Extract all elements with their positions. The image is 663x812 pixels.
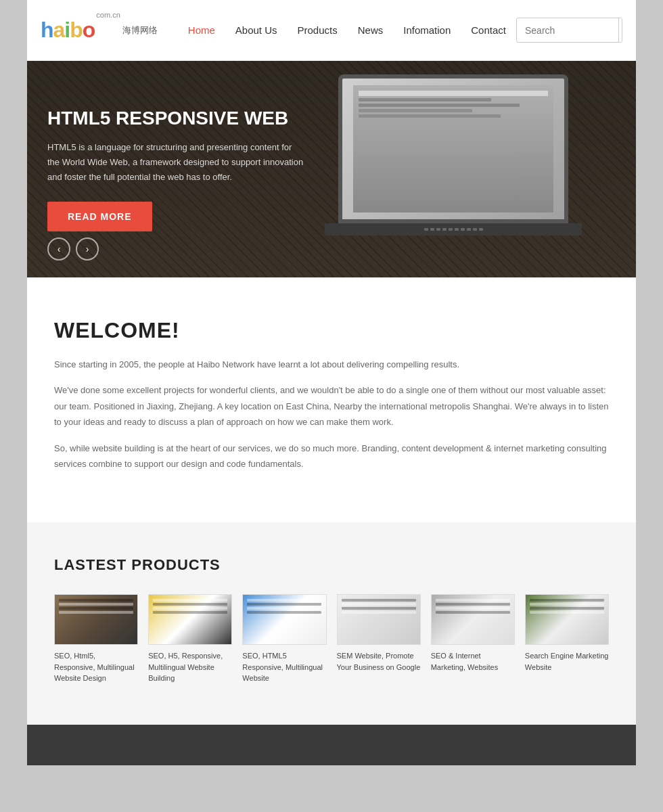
header: haibo com.cn 海博网络 Home About Us Products… bbox=[27, 0, 636, 61]
nav-item-infomation[interactable]: Infomation bbox=[393, 21, 461, 39]
product-thumb-5 bbox=[431, 594, 515, 645]
laptop-screen-inner bbox=[342, 78, 564, 219]
page-wrapper: haibo com.cn 海博网络 Home About Us Products… bbox=[27, 0, 636, 765]
welcome-title: WELCOME! bbox=[54, 318, 609, 343]
logo-text: haibo bbox=[41, 18, 95, 43]
product-thumb-6 bbox=[525, 594, 609, 645]
products-grid: SEO, Html5, Responsive, Multilingual Web… bbox=[54, 594, 609, 684]
product-label-4: SEM Website, Promote Your Business on Go… bbox=[337, 650, 421, 673]
product-thumb-2 bbox=[148, 594, 232, 645]
footer bbox=[27, 725, 636, 765]
welcome-para-1: Since starting in 2005, the people at Ha… bbox=[54, 357, 609, 372]
list-item[interactable]: SEO & Internet Marketing, Websites bbox=[431, 594, 515, 684]
laptop-graphic bbox=[311, 74, 595, 271]
nav-item-about[interactable]: About Us bbox=[225, 21, 288, 39]
welcome-section: WELCOME! Since starting in 2005, the peo… bbox=[27, 277, 636, 522]
list-item[interactable]: SEO, HTML5 Responsive, Multilingual Webs… bbox=[242, 594, 326, 684]
product-thumb-4 bbox=[337, 594, 421, 645]
search-button[interactable]: 🔍 bbox=[618, 18, 622, 42]
product-thumb-3 bbox=[242, 594, 326, 645]
product-label-2: SEO, H5, Responsive, Multilingual Websit… bbox=[148, 650, 232, 684]
product-label-3: SEO, HTML5 Responsive, Multilingual Webs… bbox=[242, 650, 326, 684]
hero-title: HTML5 RESPONSIVE WEB bbox=[47, 107, 304, 130]
laptop-keyboard bbox=[325, 223, 582, 235]
products-section: LASTEST PRODUCTS SEO, Html5, Responsive,… bbox=[27, 522, 636, 725]
nav-item-home[interactable]: Home bbox=[178, 21, 225, 39]
products-section-title: LASTEST PRODUCTS bbox=[54, 556, 609, 574]
logo-area[interactable]: haibo com.cn 海博网络 bbox=[41, 18, 158, 43]
product-label-6: Search Engine Marketing Website bbox=[525, 650, 609, 673]
nav-item-contact[interactable]: Contact bbox=[461, 21, 516, 39]
slider-controls: ‹ › bbox=[47, 238, 99, 261]
slider-next-button[interactable]: › bbox=[76, 238, 99, 261]
nav-item-products[interactable]: Products bbox=[288, 21, 348, 39]
search-input[interactable] bbox=[517, 20, 618, 41]
list-item[interactable]: SEO, Html5, Responsive, Multilingual Web… bbox=[54, 594, 138, 684]
welcome-para-3: So, while website building is at the hea… bbox=[54, 441, 609, 472]
product-label-1: SEO, Html5, Responsive, Multilingual Web… bbox=[54, 650, 138, 684]
welcome-para-2: We've done some excellent projects for w… bbox=[54, 382, 609, 430]
list-item[interactable]: SEM Website, Promote Your Business on Go… bbox=[337, 594, 421, 684]
read-more-button[interactable]: READ MORE bbox=[47, 202, 152, 231]
search-area: 🔍 bbox=[516, 18, 622, 43]
product-thumb-1 bbox=[54, 594, 138, 645]
list-item[interactable]: Search Engine Marketing Website bbox=[525, 594, 609, 684]
logo-com-cn: com.cn bbox=[96, 11, 120, 19]
laptop-screen bbox=[338, 74, 568, 223]
list-item[interactable]: SEO, H5, Responsive, Multilingual Websit… bbox=[148, 594, 232, 684]
slider-prev-button[interactable]: ‹ bbox=[47, 238, 70, 261]
hero-description: HTML5 is a language for structuring and … bbox=[47, 140, 304, 185]
main-nav: Home About Us Products News Infomation C… bbox=[178, 21, 516, 39]
product-label-5: SEO & Internet Marketing, Websites bbox=[431, 650, 515, 673]
hero-section: HTML5 RESPONSIVE WEB HTML5 is a language… bbox=[27, 61, 636, 277]
nav-item-news[interactable]: News bbox=[348, 21, 394, 39]
hero-content: HTML5 RESPONSIVE WEB HTML5 is a language… bbox=[47, 107, 304, 231]
logo-chinese: 海博网络 bbox=[122, 24, 158, 37]
